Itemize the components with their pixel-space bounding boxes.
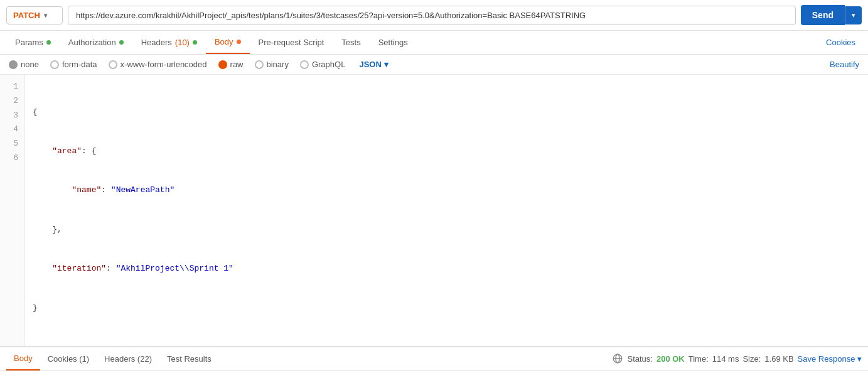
resp-tab-headers[interactable]: Headers (22) bbox=[97, 348, 159, 370]
send-button-group: Send ▾ bbox=[801, 5, 862, 25]
json-type-dropdown[interactable]: JSON ▾ bbox=[359, 60, 388, 69]
response-status-bar: Status: 200 OK Time: 114 ms Size: 1.69 K… bbox=[612, 353, 862, 364]
cookies-link[interactable]: Cookies bbox=[820, 31, 862, 53]
globe-icon bbox=[612, 353, 623, 364]
radio-formdata-icon bbox=[50, 60, 59, 69]
tab-authorization[interactable]: Authorization bbox=[60, 31, 132, 53]
body-type-row: none form-data x-www-form-urlencoded raw… bbox=[0, 55, 868, 75]
status-label: Status: bbox=[627, 354, 652, 364]
tab-settings[interactable]: Settings bbox=[370, 31, 417, 53]
body-type-none[interactable]: none bbox=[9, 60, 39, 69]
size-value: 1.69 KB bbox=[764, 354, 793, 364]
radio-none-icon bbox=[9, 60, 18, 69]
resp-tab-headers-label: Headers (22) bbox=[104, 354, 152, 364]
save-response-button[interactable]: Save Response ▾ bbox=[798, 354, 862, 364]
req-linenum-3: 3 bbox=[0, 109, 24, 123]
tab-body[interactable]: Body bbox=[206, 31, 250, 54]
body-type-binary[interactable]: binary bbox=[255, 60, 289, 69]
body-type-urlencoded-label: x-www-form-urlencoded bbox=[121, 60, 207, 69]
tab-params-label: Params bbox=[15, 38, 43, 47]
tab-authorization-label: Authorization bbox=[68, 38, 116, 47]
send-dropdown-button[interactable]: ▾ bbox=[845, 6, 862, 24]
radio-graphql-icon bbox=[300, 60, 309, 69]
body-type-raw[interactable]: raw bbox=[218, 60, 244, 69]
tab-body-label: Body bbox=[215, 37, 233, 46]
request-body-editor[interactable]: 1 2 3 4 5 6 { "area": { "name": "NewArea… bbox=[0, 75, 868, 347]
body-type-none-label: none bbox=[21, 60, 39, 69]
method-label: PATCH bbox=[13, 11, 40, 20]
status-value: 200 OK bbox=[656, 354, 685, 364]
req-linenum-1: 1 bbox=[0, 80, 24, 94]
resp-tab-cookies[interactable]: Cookies (1) bbox=[40, 348, 97, 370]
time-label: Time: bbox=[689, 354, 709, 364]
size-label: Size: bbox=[742, 354, 761, 364]
req-linenum-5: 5 bbox=[0, 137, 24, 151]
tab-pre-request-script[interactable]: Pre-request Script bbox=[250, 31, 333, 53]
body-type-form-data[interactable]: form-data bbox=[50, 60, 97, 69]
radio-raw-icon bbox=[218, 60, 227, 69]
body-type-formdata-label: form-data bbox=[62, 60, 97, 69]
request-tabs-row: Params Authorization Headers (10) Body P… bbox=[0, 31, 868, 55]
tab-pre-request-label: Pre-request Script bbox=[259, 38, 324, 47]
response-tabs-row: Body Cookies (1) Headers (22) Test Resul… bbox=[0, 347, 868, 371]
request-line-numbers: 1 2 3 4 5 6 bbox=[0, 75, 25, 346]
req-line-3: "name": "NewAreaPath" bbox=[33, 184, 860, 197]
headers-count: (10) bbox=[175, 38, 190, 47]
req-line-5: "iteration": "AkhilProject\\Sprint 1" bbox=[33, 262, 860, 276]
headers-dot bbox=[193, 40, 197, 45]
req-linenum-2: 2 bbox=[0, 94, 24, 109]
tab-params[interactable]: Params bbox=[6, 31, 60, 53]
req-line-4: }, bbox=[33, 224, 860, 237]
body-type-urlencoded[interactable]: x-www-form-urlencoded bbox=[109, 60, 207, 69]
tab-tests-label: Tests bbox=[341, 38, 360, 47]
body-type-graphql[interactable]: GraphQL bbox=[300, 60, 345, 69]
json-dropdown-label: JSON bbox=[359, 60, 381, 69]
tab-headers-label: Headers bbox=[141, 38, 172, 47]
body-dot bbox=[237, 40, 241, 44]
params-dot bbox=[46, 40, 51, 45]
request-body-code[interactable]: { "area": { "name": "NewAreaPath" }, "it… bbox=[25, 75, 868, 346]
authorization-dot bbox=[119, 40, 124, 45]
body-type-binary-label: binary bbox=[267, 60, 289, 69]
top-bar: PATCH ▾ Send ▾ bbox=[0, 0, 868, 31]
json-dropdown-chevron-icon: ▾ bbox=[384, 60, 388, 69]
req-line-6: } bbox=[33, 302, 860, 315]
body-type-graphql-label: GraphQL bbox=[312, 60, 345, 69]
beautify-button[interactable]: Beautify bbox=[830, 60, 859, 69]
tab-tests[interactable]: Tests bbox=[333, 31, 369, 53]
method-select[interactable]: PATCH ▾ bbox=[6, 6, 63, 24]
method-chevron-icon: ▾ bbox=[44, 12, 47, 19]
body-type-raw-label: raw bbox=[230, 60, 244, 69]
resp-tab-body[interactable]: Body bbox=[6, 347, 40, 370]
resp-tab-cookies-label: Cookies (1) bbox=[48, 354, 89, 364]
tab-headers[interactable]: Headers (10) bbox=[132, 31, 206, 53]
url-input[interactable] bbox=[68, 6, 796, 25]
req-linenum-4: 4 bbox=[0, 122, 24, 137]
radio-binary-icon bbox=[255, 60, 264, 69]
tab-settings-label: Settings bbox=[378, 38, 408, 47]
resp-tab-body-label: Body bbox=[14, 354, 33, 363]
resp-tab-test-results-label: Test Results bbox=[167, 354, 212, 364]
req-line-2: "area": { bbox=[33, 145, 860, 158]
resp-tab-test-results[interactable]: Test Results bbox=[159, 348, 219, 370]
req-line-1: { bbox=[33, 106, 860, 119]
time-value: 114 ms bbox=[712, 354, 739, 364]
req-linenum-6: 6 bbox=[0, 151, 24, 166]
radio-urlencoded-icon bbox=[109, 60, 117, 69]
send-button[interactable]: Send bbox=[801, 5, 845, 25]
